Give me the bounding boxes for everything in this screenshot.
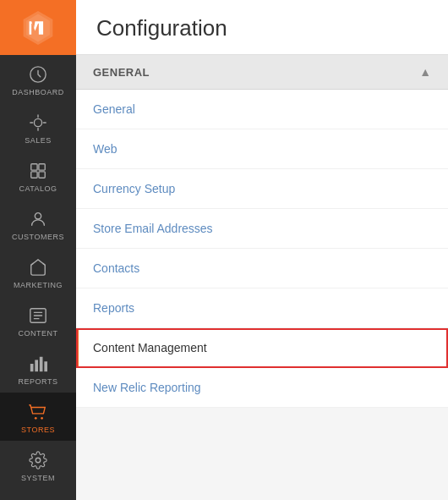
menu-item-new-relic[interactable]: New Relic Reporting <box>76 368 448 408</box>
logo <box>0 0 76 55</box>
menu-link-content-management[interactable]: Content Management <box>93 341 207 354</box>
menu-link-new-relic[interactable]: New Relic Reporting <box>93 381 201 394</box>
sidebar-item-marketing[interactable]: MARKETING <box>0 248 76 296</box>
chevron-up-icon: ▲ <box>419 65 431 79</box>
content-icon <box>29 306 47 325</box>
sidebar-item-catalog-label: CATALOG <box>19 184 57 193</box>
sidebar-item-reports[interactable]: REPORTS <box>0 344 76 393</box>
svg-rect-2 <box>31 164 37 170</box>
sidebar-item-customers-label: CUSTOMERS <box>12 233 64 241</box>
sidebar-item-sales-label: SALES <box>25 136 52 145</box>
svg-rect-4 <box>31 172 37 178</box>
svg-point-1 <box>34 118 41 126</box>
sidebar-item-content[interactable]: CONTENT <box>0 296 76 344</box>
sidebar-item-sales[interactable]: SALES <box>0 103 76 151</box>
page-title: Configuration <box>96 15 428 41</box>
svg-rect-8 <box>30 364 34 371</box>
svg-rect-10 <box>40 357 43 371</box>
sidebar-item-dashboard-label: DASHBOARD <box>12 88 64 96</box>
magento-logo-icon <box>21 11 55 45</box>
sidebar: DASHBOARD SALES CATALOG CUSTOMERS <box>0 0 76 500</box>
svg-rect-11 <box>44 361 47 371</box>
dashboard-icon <box>29 65 47 84</box>
catalog-icon <box>29 162 47 180</box>
section-header-general[interactable]: GENERAL ▲ <box>76 55 448 90</box>
sales-icon <box>29 113 47 132</box>
menu-link-store-email[interactable]: Store Email Addresses <box>93 222 213 235</box>
reports-icon <box>29 354 47 373</box>
customers-icon <box>29 210 47 228</box>
sidebar-item-system-label: SYSTEM <box>21 474 55 482</box>
main-content: Configuration GENERAL ▲ General Web Curr… <box>76 0 448 500</box>
menu-item-reports[interactable]: Reports <box>76 288 448 328</box>
menu-item-web[interactable]: Web <box>76 129 448 169</box>
section-title: GENERAL <box>93 66 150 79</box>
sidebar-item-catalog[interactable]: CATALOG <box>0 151 76 200</box>
svg-point-14 <box>36 458 41 463</box>
page-header: Configuration <box>76 0 448 55</box>
svg-point-13 <box>41 417 43 420</box>
sidebar-item-dashboard[interactable]: DASHBOARD <box>0 55 76 103</box>
stores-icon <box>29 403 47 421</box>
svg-point-6 <box>35 213 41 219</box>
menu-item-content-management[interactable]: Content Management <box>76 328 448 368</box>
sidebar-item-marketing-label: MARKETING <box>14 281 63 289</box>
menu-item-currency-setup[interactable]: Currency Setup <box>76 169 448 209</box>
menu-list: General Web Currency Setup Store Email A… <box>76 90 448 408</box>
svg-rect-9 <box>35 360 38 371</box>
menu-item-general[interactable]: General <box>76 90 448 129</box>
system-icon <box>29 451 47 470</box>
menu-link-web[interactable]: Web <box>93 142 117 156</box>
svg-rect-3 <box>39 164 45 170</box>
sidebar-item-customers[interactable]: CUSTOMERS <box>0 200 76 248</box>
sidebar-item-stores[interactable]: STORES <box>0 393 76 441</box>
sidebar-item-stores-label: STORES <box>21 426 55 434</box>
sidebar-item-system[interactable]: SYSTEM <box>0 441 76 489</box>
menu-link-general[interactable]: General <box>93 102 135 116</box>
svg-rect-5 <box>39 172 45 178</box>
menu-link-reports[interactable]: Reports <box>93 301 134 315</box>
menu-item-store-email[interactable]: Store Email Addresses <box>76 209 448 249</box>
menu-link-currency-setup[interactable]: Currency Setup <box>93 182 175 195</box>
marketing-icon <box>29 258 47 277</box>
menu-link-contacts[interactable]: Contacts <box>93 261 139 275</box>
content-area: GENERAL ▲ General Web Currency Setup Sto… <box>76 55 448 500</box>
sidebar-item-content-label: CONTENT <box>19 329 58 338</box>
svg-point-12 <box>35 417 37 420</box>
sidebar-item-reports-label: REPORTS <box>19 377 58 386</box>
menu-item-contacts[interactable]: Contacts <box>76 249 448 288</box>
